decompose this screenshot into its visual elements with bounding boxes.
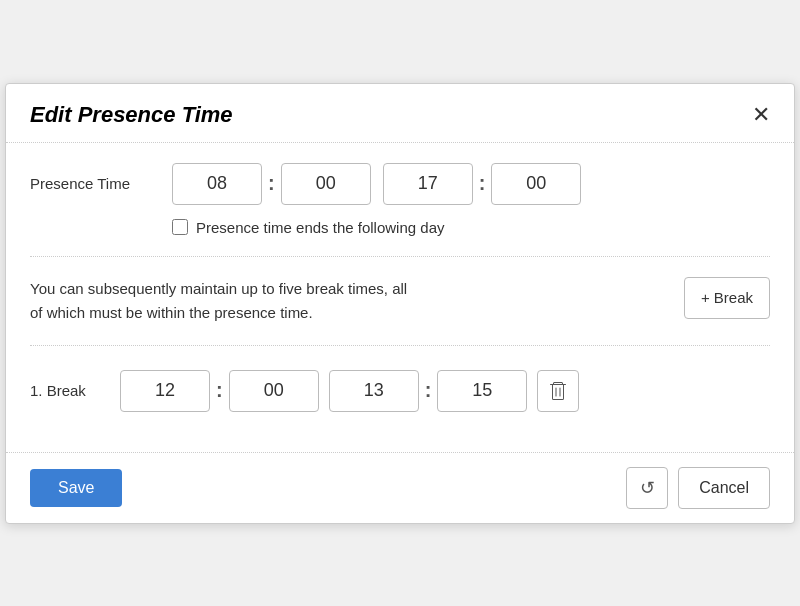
break-end-separator: : — [425, 379, 432, 402]
presence-end-minute-input[interactable] — [491, 163, 581, 205]
presence-time-row: Presence Time : : — [30, 163, 770, 205]
break-row-label: 1. Break — [30, 382, 110, 399]
following-day-row: Presence time ends the following day — [30, 219, 770, 236]
break-start-separator: : — [216, 379, 223, 402]
break-info-section: You can subsequently maintain up to five… — [30, 256, 770, 345]
presence-start-hour-input[interactable] — [172, 163, 262, 205]
start-time-separator: : — [268, 172, 275, 195]
dialog-footer: Save ↺ Cancel — [6, 452, 794, 523]
break-row: 1. Break : : — [30, 370, 770, 412]
save-button[interactable]: Save — [30, 469, 122, 507]
break-start-hour-input[interactable] — [120, 370, 210, 412]
dialog-header: Edit Presence Time ✕ — [6, 84, 794, 143]
break-section-row: You can subsequently maintain up to five… — [30, 277, 770, 325]
presence-time-section: Presence Time : : Presence time ends the… — [30, 143, 770, 256]
reset-button[interactable]: ↺ — [626, 467, 668, 509]
trash-icon — [550, 382, 566, 400]
break-start-minute-input[interactable] — [229, 370, 319, 412]
following-day-checkbox[interactable] — [172, 219, 188, 235]
close-button[interactable]: ✕ — [748, 104, 774, 126]
delete-break-button[interactable] — [537, 370, 579, 412]
dialog-body: Presence Time : : Presence time ends the… — [6, 143, 794, 452]
break-end-minute-input[interactable] — [437, 370, 527, 412]
end-time-separator: : — [479, 172, 486, 195]
following-day-label[interactable]: Presence time ends the following day — [196, 219, 444, 236]
reset-icon: ↺ — [640, 477, 655, 499]
break-end-hour-input[interactable] — [329, 370, 419, 412]
presence-end-hour-input[interactable] — [383, 163, 473, 205]
add-break-label: + Break — [701, 289, 753, 306]
break-start-group: : — [120, 370, 319, 412]
dialog-title: Edit Presence Time — [30, 102, 233, 128]
cancel-button[interactable]: Cancel — [678, 467, 770, 509]
presence-time-end-group: : — [383, 163, 582, 205]
footer-right-actions: ↺ Cancel — [626, 467, 770, 509]
break-info-text: You can subsequently maintain up to five… — [30, 277, 668, 325]
breaks-section: 1. Break : : — [30, 345, 770, 432]
presence-time-label: Presence Time — [30, 175, 160, 192]
edit-presence-time-dialog: Edit Presence Time ✕ Presence Time : : — [5, 83, 795, 524]
add-break-button[interactable]: + Break — [684, 277, 770, 319]
presence-start-minute-input[interactable] — [281, 163, 371, 205]
break-end-group: : — [329, 370, 528, 412]
presence-time-start-group: : — [172, 163, 371, 205]
